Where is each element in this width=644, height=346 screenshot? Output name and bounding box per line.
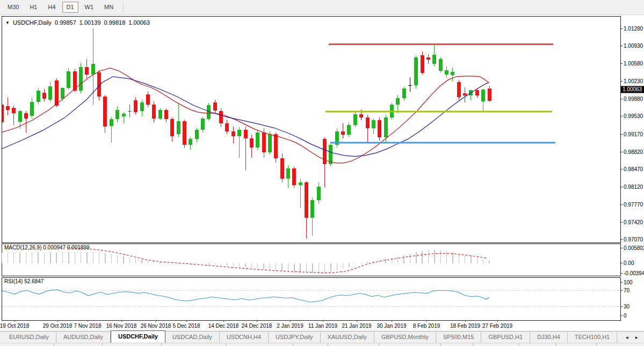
candle-body	[451, 72, 454, 76]
chart-tab-usdcad-daily[interactable]: USDCAD,Daily	[165, 332, 220, 343]
candle-body	[280, 158, 284, 178]
candle-body	[256, 132, 259, 148]
candle-body	[225, 123, 229, 131]
price-tick-label: 0.98820	[624, 149, 643, 155]
price-tick-label: 1.00230	[624, 78, 643, 84]
strip-divider	[54, 343, 54, 346]
strip-divider	[518, 343, 519, 346]
candle-body	[177, 121, 180, 134]
candle-body	[378, 120, 381, 137]
date-tick-label: 18 Feb 2019	[450, 323, 480, 329]
ohlc-low: 0.99818	[104, 19, 126, 26]
candle-body	[122, 114, 126, 116]
bottom-strip	[0, 343, 644, 346]
macd-tick-label: 0.00	[624, 260, 634, 266]
date-tick-label: 29 Oct 2018	[43, 323, 72, 329]
chart-tab-xauusd-daily[interactable]: XAUUSD,Daily	[321, 332, 374, 343]
candle-body	[61, 88, 64, 99]
chart-tab-usdjpy-daily[interactable]: USDJPY,Daily	[269, 332, 321, 343]
strip-divider	[379, 343, 379, 346]
candle-body	[30, 102, 34, 116]
chart-tab-dj30-h4[interactable]: DJ30,H4	[530, 332, 568, 343]
price-tick-label: 0.99530	[624, 113, 643, 119]
chart-tab-sp500-m15[interactable]: SP500,M15	[436, 332, 481, 343]
date-tick-label: 16 Nov 2018	[106, 323, 137, 329]
candle-body	[24, 113, 28, 118]
chart-tab-tech100-h1[interactable]: TECH100,H1	[568, 332, 617, 343]
candle-body	[183, 121, 186, 145]
chart-tab-gbpusd-monthly[interactable]: GBPUSD,Monthly	[374, 332, 436, 343]
price-tick-label: 0.98470	[624, 166, 643, 172]
price-tick-label: 0.99170	[624, 131, 643, 137]
price-chart[interactable]: 1.012801.009301.005801.002300.998800.995…	[0, 0, 644, 346]
candle-body	[353, 114, 357, 125]
strip-divider	[102, 343, 103, 346]
strip-divider	[161, 343, 162, 346]
candle-body	[463, 93, 467, 96]
candle-body	[195, 130, 199, 139]
time-axis[interactable]: 19 Oct 201829 Oct 20187 Nov 201816 Nov 2…	[0, 322, 644, 330]
date-tick-label: 8 Feb 2019	[413, 323, 440, 329]
date-tick-label: 27 Feb 2019	[482, 323, 512, 329]
candle-body	[426, 57, 430, 60]
strip-divider	[328, 343, 328, 346]
rsi-tick-label: 30	[624, 304, 630, 310]
candle-body	[305, 182, 308, 218]
candle-body	[488, 89, 491, 101]
chart-tab-usdchf-daily[interactable]: USDCHF,Daily	[111, 330, 165, 343]
price-tick-label: 0.99880	[624, 96, 643, 102]
candle-body	[128, 111, 132, 112]
rsi-tick-label: 70	[624, 288, 630, 293]
candle-body	[79, 67, 83, 91]
date-tick-label: 26 Nov 2018	[141, 323, 171, 329]
candle-body	[372, 120, 375, 128]
candle-body	[475, 90, 479, 95]
candle-body	[170, 119, 174, 136]
strip-divider	[440, 343, 441, 346]
candle-body	[55, 80, 59, 106]
strip-divider	[596, 343, 597, 346]
candle-body	[299, 182, 302, 185]
date-tick-label: 30 Jan 2019	[377, 323, 406, 329]
candle-body	[85, 67, 89, 75]
candle-body	[152, 105, 156, 118]
chart-tab-bar: EURUSD,DailyAUDUSD,DailyUSDCHF,DailyUSDC…	[0, 331, 644, 343]
price-tick-label: 1.00930	[624, 43, 643, 49]
candle-body	[164, 110, 168, 120]
candle-body	[445, 70, 448, 75]
price-tick-label: 0.97420	[624, 219, 643, 225]
chart-tab-usdcnh-h4[interactable]: USDCNH,H4	[220, 332, 269, 343]
tab-scroll-right-icon[interactable]: ►	[634, 336, 639, 340]
ohlc-open: 0.99857	[55, 19, 76, 26]
date-tick-label: 5 Dec 2018	[172, 323, 200, 329]
candle-body	[140, 102, 144, 112]
chevron-down-icon[interactable]: ▼	[5, 20, 10, 25]
tab-scroll-left-icon[interactable]: ◄	[625, 336, 629, 340]
candle-body	[134, 100, 138, 113]
candle-body	[103, 97, 107, 127]
date-tick-label: 19 Oct 2018	[0, 323, 29, 329]
date-tick-label: 24 Dec 2018	[242, 323, 272, 329]
candle-body	[384, 117, 388, 137]
candle-body	[18, 111, 22, 122]
candle-body	[250, 138, 254, 148]
chart-tab-gbpusd-h1[interactable]: GBPUSD,H1	[481, 332, 530, 343]
candle-body	[237, 130, 241, 136]
candle-body	[244, 130, 248, 138]
price-tick-label: 0.97770	[624, 202, 643, 208]
chart-tab-eurusd-daily[interactable]: EURUSD,Daily	[2, 332, 56, 343]
candle-body	[37, 91, 40, 102]
candle-body	[317, 187, 321, 200]
candle-body	[292, 168, 296, 185]
candle-body	[341, 131, 345, 135]
candle-body	[6, 106, 10, 110]
candle-body	[366, 117, 370, 129]
macd-panel[interactable]	[2, 244, 621, 276]
candle-body	[408, 85, 412, 86]
strip-divider	[556, 343, 556, 346]
candle-body	[310, 200, 314, 218]
rsi-panel[interactable]	[2, 278, 621, 321]
date-tick-label: 21 Jan 2019	[342, 323, 371, 329]
chart-tab-audusd-daily[interactable]: AUDUSD,Daily	[56, 332, 111, 343]
price-tick-label: 1.00580	[624, 61, 643, 67]
